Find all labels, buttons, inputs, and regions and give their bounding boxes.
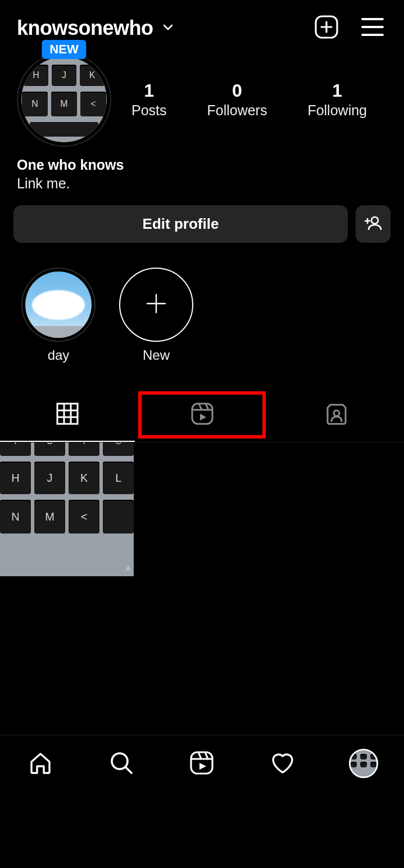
svg-rect-3 bbox=[192, 404, 212, 424]
edit-profile-button[interactable]: Edit profile bbox=[13, 205, 348, 243]
profile-tabs bbox=[0, 388, 404, 442]
post-thumbnail[interactable]: YUIO HJKL NM< A bbox=[0, 442, 134, 576]
reels-icon bbox=[190, 401, 215, 428]
profile-avatar[interactable]: HJK NM< bbox=[17, 52, 111, 147]
nav-reels[interactable] bbox=[186, 748, 217, 779]
followers-count: 0 bbox=[232, 80, 242, 101]
display-name: One who knows bbox=[17, 157, 387, 173]
posts-grid: YUIO HJKL NM< A bbox=[0, 442, 404, 576]
following-label: Following bbox=[307, 102, 367, 119]
tab-reels[interactable] bbox=[135, 388, 270, 442]
profile-stats-row: HJK NM< NEW 1 Posts 0 Followers 1 Follow… bbox=[0, 52, 404, 151]
following-stat[interactable]: 1 Following bbox=[307, 80, 367, 119]
search-icon bbox=[108, 749, 135, 778]
posts-stat[interactable]: 1 Posts bbox=[131, 80, 167, 119]
highlight-label: day bbox=[48, 347, 70, 363]
profile-avatar-icon bbox=[349, 749, 378, 778]
hamburger-icon bbox=[360, 17, 385, 39]
following-count: 1 bbox=[332, 80, 342, 101]
nav-activity[interactable] bbox=[267, 748, 298, 779]
highlight-label: New bbox=[143, 347, 170, 363]
posts-label: Posts bbox=[131, 102, 167, 119]
tagged-icon bbox=[324, 401, 349, 429]
tab-posts-grid[interactable] bbox=[0, 388, 135, 442]
followers-label: Followers bbox=[207, 102, 267, 119]
nav-home[interactable] bbox=[25, 748, 56, 779]
followers-stat[interactable]: 0 Followers bbox=[207, 80, 267, 119]
nav-search[interactable] bbox=[106, 748, 137, 779]
nav-profile[interactable] bbox=[348, 748, 379, 779]
chevron-down-icon bbox=[161, 20, 175, 36]
grid-empty-space bbox=[0, 576, 404, 735]
posts-count: 1 bbox=[144, 80, 154, 101]
plus-square-icon bbox=[314, 15, 339, 41]
create-button[interactable] bbox=[314, 15, 339, 41]
menu-button[interactable] bbox=[360, 17, 385, 39]
bottom-nav bbox=[0, 735, 404, 803]
svg-point-4 bbox=[334, 410, 339, 416]
username-label: knowsonewho bbox=[17, 16, 153, 40]
highlight-item[interactable]: day bbox=[21, 268, 96, 363]
home-icon bbox=[27, 749, 54, 778]
plus-icon bbox=[144, 291, 169, 318]
bio-text: Link me. bbox=[17, 175, 387, 192]
discover-people-button[interactable] bbox=[356, 205, 391, 243]
svg-rect-2 bbox=[57, 404, 78, 424]
new-badge: NEW bbox=[42, 40, 86, 59]
highlight-new[interactable]: New bbox=[119, 268, 193, 363]
svg-point-1 bbox=[371, 217, 378, 224]
grid-icon bbox=[55, 401, 80, 428]
tab-tagged[interactable] bbox=[269, 388, 404, 442]
heart-icon bbox=[269, 749, 297, 779]
reels-icon bbox=[189, 750, 215, 777]
story-highlights: day New bbox=[0, 243, 404, 374]
profile-bio: One who knows Link me. bbox=[0, 151, 404, 205]
username-switcher[interactable]: knowsonewho bbox=[17, 16, 175, 40]
add-person-icon bbox=[364, 214, 383, 234]
svg-rect-6 bbox=[191, 752, 212, 774]
